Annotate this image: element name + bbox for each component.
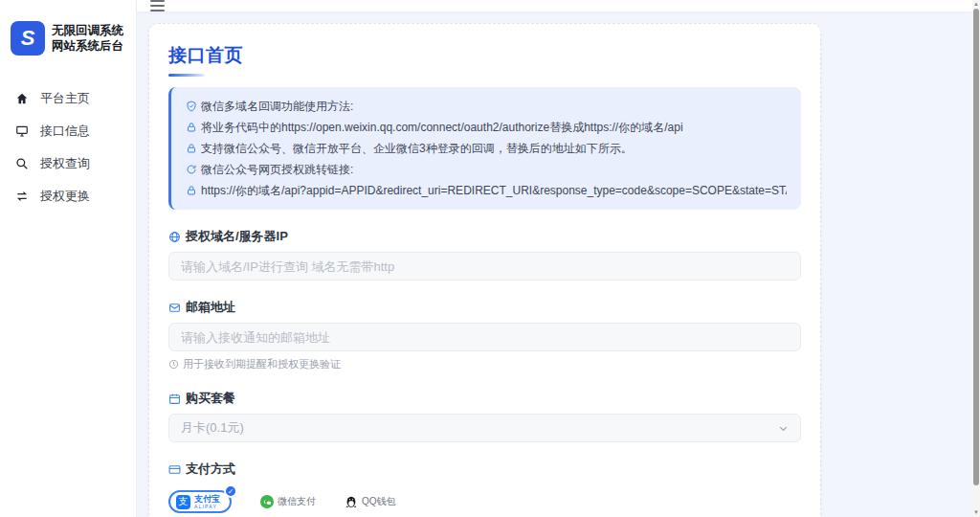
scroll-down-icon[interactable]: ▼	[972, 508, 980, 517]
notice-text: https://你的域名/api?appid=APPID&redirect_ur…	[201, 180, 787, 201]
lock-icon	[186, 143, 197, 154]
email-hint-text: 用于接收到期提醒和授权更换验证	[183, 357, 341, 371]
alipay-sub: ALIPAY	[194, 504, 220, 509]
topbar	[137, 0, 972, 11]
domain-field-group: 授权域名/服务器IP	[168, 228, 801, 281]
scroll-up-icon[interactable]: ▲	[972, 0, 980, 9]
payment-option-alipay[interactable]: 支 支付宝 ALIPAY ✓	[168, 490, 232, 513]
domain-label-text: 授权域名/服务器IP	[186, 228, 288, 245]
lock-icon	[186, 185, 197, 196]
window-scrollbar[interactable]: ▲ ▼	[972, 0, 980, 517]
notice-line: 将业务代码中的https://open.weixin.qq.com/connec…	[186, 117, 787, 138]
calendar-icon	[168, 393, 181, 405]
notice-text: 将业务代码中的https://open.weixin.qq.com/connec…	[201, 117, 683, 138]
logo-text: 无限回调系统 网站系统后台	[52, 23, 123, 54]
title-underline	[168, 74, 205, 77]
alipay-name: 支付宝	[194, 494, 220, 504]
scrollbar-thumb[interactable]	[973, 9, 979, 485]
mail-icon	[168, 302, 181, 314]
plan-field-group: 购买套餐 月卡(0.1元)	[168, 390, 801, 442]
sidebar-item-label: 授权查询	[40, 155, 90, 172]
notice-line: 微信多域名回调功能使用方法:	[186, 96, 787, 117]
notice-text: 微信多域名回调功能使用方法:	[201, 96, 353, 117]
domain-field-label: 授权域名/服务器IP	[168, 228, 801, 245]
sidebar-item-label: 授权更换	[40, 188, 90, 205]
menu-toggle-icon[interactable]	[150, 0, 165, 11]
credit-card-icon	[168, 463, 181, 476]
monitor-icon	[15, 124, 29, 138]
chevron-down-icon	[778, 423, 789, 434]
logo-line2: 网站系统后台	[52, 38, 123, 54]
alipay-wordmark: 支付宝 ALIPAY	[194, 494, 220, 509]
selected-check-icon: ✓	[224, 484, 237, 498]
qq-wallet-icon	[345, 495, 358, 508]
logo-line1: 无限回调系统	[52, 23, 123, 38]
plan-field-label: 购买套餐	[168, 390, 801, 407]
wechat-callback-notice: 微信多域名回调功能使用方法: 将业务代码中的https://open.weixi…	[168, 87, 801, 210]
sidebar-item-auth-swap[interactable]: 授权更换	[0, 180, 136, 213]
plan-label-text: 购买套餐	[186, 390, 235, 407]
plan-selected-value: 月卡(0.1元)	[181, 419, 244, 437]
notice-line: 支持微信公众号、微信开放平台、企业微信3种登录的回调，替换后的地址如下所示。	[186, 138, 787, 159]
sidebar-item-label: 平台主页	[40, 90, 90, 107]
email-label-text: 邮箱地址	[186, 299, 235, 316]
alipay-icon: 支	[176, 495, 190, 509]
payment-field-label: 支付方式	[168, 461, 801, 478]
sidebar-nav: 平台主页 接口信息 授权查询 授权更换	[0, 82, 136, 213]
sidebar-item-auth-query[interactable]: 授权查询	[0, 147, 136, 180]
search-icon	[15, 157, 29, 170]
sidebar-item-label: 接口信息	[40, 123, 90, 140]
globe-icon	[168, 231, 181, 243]
wechat-pay-icon	[260, 495, 274, 508]
redirect-icon	[186, 164, 197, 175]
plan-select[interactable]: 月卡(0.1元)	[168, 414, 801, 442]
shield-check-icon	[186, 101, 197, 112]
logo-icon: S	[11, 21, 45, 56]
payment-option-qq[interactable]: QQ钱包	[345, 495, 396, 508]
payment-field-group: 支付方式 支 支付宝 ALIPAY ✓	[168, 461, 801, 513]
email-hint: 用于接收到期提醒和授权更换验证	[168, 357, 801, 371]
payment-option-wechat[interactable]: 微信支付	[260, 495, 316, 508]
sidebar-item-api-info[interactable]: 接口信息	[0, 115, 136, 147]
main-area: 接口首页 微信多域名回调功能使用方法: 将业务代码中的https://open.…	[137, 0, 972, 517]
notice-text: 支持微信公众号、微信开放平台、企业微信3种登录的回调，替换后的地址如下所示。	[201, 138, 633, 159]
qq-wallet-label: QQ钱包	[362, 495, 396, 508]
email-field-group: 邮箱地址 用于接收到期提醒和授权更换验证	[168, 299, 801, 371]
domain-input[interactable]	[168, 252, 801, 281]
notice-line: 微信公众号网页授权跳转链接:	[186, 159, 787, 180]
wechat-pay-label: 微信支付	[278, 495, 316, 508]
app-logo: S 无限回调系统 网站系统后台	[0, 0, 136, 56]
home-icon	[15, 92, 29, 105]
notice-text: 微信公众号网页授权跳转链接:	[201, 159, 353, 180]
interface-home-card: 接口首页 微信多域名回调功能使用方法: 将业务代码中的https://open.…	[148, 23, 821, 517]
content-area: 接口首页 微信多域名回调功能使用方法: 将业务代码中的https://open.…	[137, 11, 972, 517]
email-input[interactable]	[168, 323, 801, 351]
clock-icon	[168, 359, 179, 370]
page-title: 接口首页	[168, 43, 801, 68]
payment-label-text: 支付方式	[186, 461, 235, 478]
swap-icon	[15, 190, 29, 203]
email-field-label: 邮箱地址	[168, 299, 801, 316]
notice-line: https://你的域名/api?appid=APPID&redirect_ur…	[186, 180, 787, 201]
payment-options: 支 支付宝 ALIPAY ✓ 微信支付	[168, 490, 801, 513]
sidebar-item-platform-home[interactable]: 平台主页	[0, 82, 136, 115]
app-window: S 无限回调系统 网站系统后台 平台主页 接口信息 授权查询 授权更换	[0, 0, 972, 517]
lock-icon	[186, 122, 197, 133]
sidebar: S 无限回调系统 网站系统后台 平台主页 接口信息 授权查询 授权更换	[0, 0, 137, 517]
